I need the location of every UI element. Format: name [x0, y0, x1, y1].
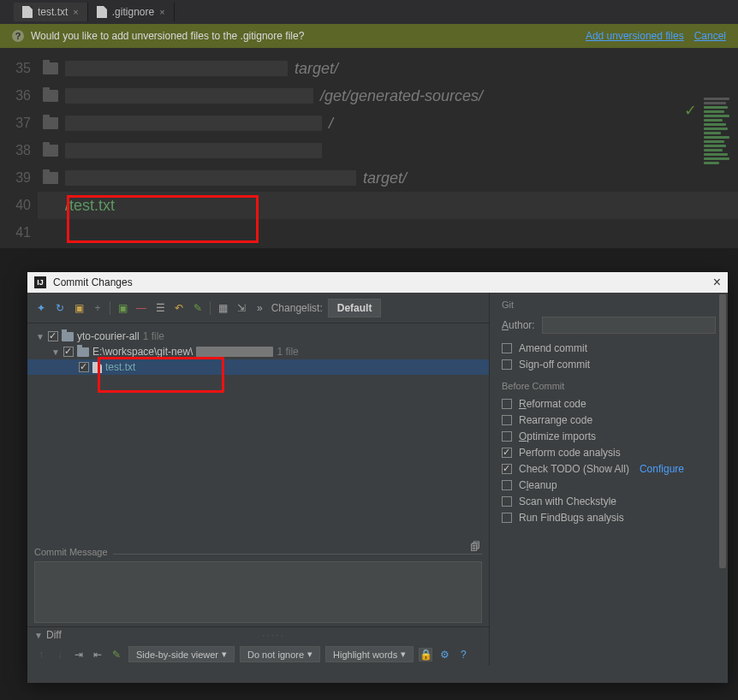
refresh-icon[interactable]: ↻: [53, 301, 67, 315]
plus-icon[interactable]: +: [91, 301, 104, 315]
changelist-select[interactable]: Default: [328, 299, 382, 317]
gear-icon[interactable]: ⚙: [437, 648, 451, 661]
checkbox[interactable]: [48, 331, 58, 341]
file-tree-pane: ✦ ↻ ▣ + ▣ — ☰ ↶ ✎ ▦ ⇲ » Changelist: Defa…: [27, 293, 490, 666]
viewer-select[interactable]: Side-by-side viewer▾: [128, 646, 235, 662]
add-unversioned-link[interactable]: Add unversioned files: [586, 30, 684, 42]
arrow-down-icon[interactable]: ↓: [53, 648, 67, 661]
close-icon[interactable]: ×: [713, 275, 721, 290]
highlight-select[interactable]: Highlight words▾: [325, 646, 414, 662]
group-icon[interactable]: ▦: [216, 301, 229, 315]
checkbox[interactable]: [63, 347, 74, 357]
diff-toolbar: ↑ ↓ ⇥ ⇤ ✎ Side-by-side viewer▾ Do not ig…: [27, 643, 489, 666]
line-gutter: 35 36 37 38 39 40 41: [0, 48, 38, 248]
remove-icon[interactable]: —: [134, 301, 148, 315]
module-icon: [62, 332, 74, 341]
list-icon[interactable]: ☰: [153, 301, 167, 315]
ignore-select[interactable]: Do not ignore▾: [240, 646, 320, 662]
checkbox[interactable]: [79, 362, 89, 372]
file-icon: [22, 6, 33, 18]
arrow-up-icon[interactable]: ↑: [34, 648, 48, 661]
intellij-icon: IJ: [34, 276, 46, 288]
cancel-link[interactable]: Cancel: [694, 30, 726, 42]
configure-link[interactable]: Configure: [640, 463, 684, 475]
close-icon[interactable]: ×: [73, 7, 78, 17]
checkbox[interactable]: [502, 343, 512, 353]
edit-icon[interactable]: ✎: [110, 648, 123, 661]
folder-icon: [43, 117, 58, 129]
code-editor[interactable]: 35 36 37 38 39 40 41 target/ /get/genera…: [0, 48, 738, 248]
todo-label: Check TODO (Show All): [519, 463, 629, 475]
tab-gitignore[interactable]: .gitignore ×: [88, 3, 175, 21]
analysis-label: Perform code analysis: [519, 447, 621, 459]
minimap[interactable]: [700, 96, 738, 267]
commit-dialog: IJ Commit Changes × ✦ ↻ ▣ + ▣ — ☰ ↶ ✎ ▦ …: [27, 272, 728, 683]
tree-root[interactable]: ▼ yto-courier-all 1 file: [27, 329, 489, 344]
folder-icon: [43, 90, 58, 102]
undo-icon[interactable]: ↶: [172, 301, 186, 315]
commit-options-pane: Git Author: Amend commit Sign-off commit…: [490, 293, 728, 666]
tree-file[interactable]: test.txt: [27, 359, 489, 375]
dialog-titlebar: IJ Commit Changes ×: [27, 272, 728, 293]
checkbox[interactable]: [502, 359, 512, 370]
checkbox[interactable]: [502, 448, 512, 458]
folder-icon: [43, 172, 58, 184]
wrap2-icon[interactable]: ⇤: [91, 648, 104, 661]
commit-message-input[interactable]: [34, 561, 482, 623]
banner-message: Would you like to add unversioned files …: [31, 30, 304, 42]
git-section-label: Git: [502, 300, 716, 310]
file-tree[interactable]: ▼ yto-courier-all 1 file ▼ E:\workspace\…: [27, 323, 489, 380]
edit-icon[interactable]: ✎: [191, 301, 205, 315]
cleanup-label: Cleanup: [519, 479, 557, 491]
wrap-icon[interactable]: ⇥: [72, 648, 86, 661]
add-icon[interactable]: ▣: [116, 301, 129, 315]
checkbox[interactable]: [502, 431, 512, 442]
scrollbar[interactable]: [717, 293, 728, 661]
commit-toolbar: ✦ ↻ ▣ + ▣ — ☰ ↶ ✎ ▦ ⇲ » Changelist: Defa…: [27, 293, 489, 323]
author-label: Author:: [502, 319, 535, 331]
help-icon[interactable]: ?: [456, 648, 470, 661]
findbugs-label: Run FindBugs analysis: [519, 512, 624, 524]
dialog-title-text: Commit Changes: [53, 276, 133, 288]
file-icon: [92, 362, 102, 373]
checkbox[interactable]: [502, 496, 512, 507]
notification-banner: ? Would you like to add unversioned file…: [0, 24, 738, 48]
optimize-label: Optimize imports: [519, 430, 596, 442]
lock-icon[interactable]: 🔒: [419, 648, 432, 661]
commit-message-label: Commit Message: [34, 547, 113, 557]
expand-icon[interactable]: ⇲: [235, 301, 248, 315]
tab-test-txt[interactable]: test.txt ×: [14, 3, 88, 21]
editor-tabs: test.txt × .gitignore ×: [0, 0, 738, 24]
tab-label: .gitignore: [112, 6, 154, 18]
tab-label: test.txt: [38, 6, 68, 18]
close-icon[interactable]: ×: [159, 7, 164, 17]
folder-icon: [77, 347, 89, 357]
folder-icon: [43, 62, 58, 74]
changelist-label: Changelist:: [271, 302, 323, 314]
amend-label: Amend commit: [519, 342, 587, 354]
reformat-label: Reformat code: [519, 398, 586, 410]
checkbox[interactable]: [502, 415, 512, 425]
diff-section-header[interactable]: ▼Diff ·····: [27, 626, 489, 643]
checkbox[interactable]: [502, 399, 512, 409]
before-commit-label: Before Commit: [502, 381, 716, 391]
checkstyle-label: Scan with Checkstyle: [519, 495, 616, 507]
sparkle-icon[interactable]: ✦: [34, 301, 48, 315]
author-input[interactable]: [542, 317, 716, 334]
file-icon: [97, 6, 107, 18]
checkbox[interactable]: [502, 480, 512, 490]
history-icon[interactable]: 🗐: [468, 540, 482, 554]
check-icon: ✓: [684, 101, 697, 120]
folder-icon: [43, 145, 58, 157]
folder-icon[interactable]: ▣: [72, 301, 86, 315]
tree-path[interactable]: ▼ E:\workspace\git-new\ 1 file: [27, 344, 489, 359]
checkbox[interactable]: [502, 513, 512, 523]
checkbox[interactable]: [502, 464, 512, 474]
signoff-label: Sign-off commit: [519, 359, 590, 371]
rearrange-label: Rearrange code: [519, 414, 592, 426]
code-content[interactable]: target/ /get/generated-sources/ / target…: [38, 48, 738, 248]
question-icon: ?: [12, 30, 24, 42]
